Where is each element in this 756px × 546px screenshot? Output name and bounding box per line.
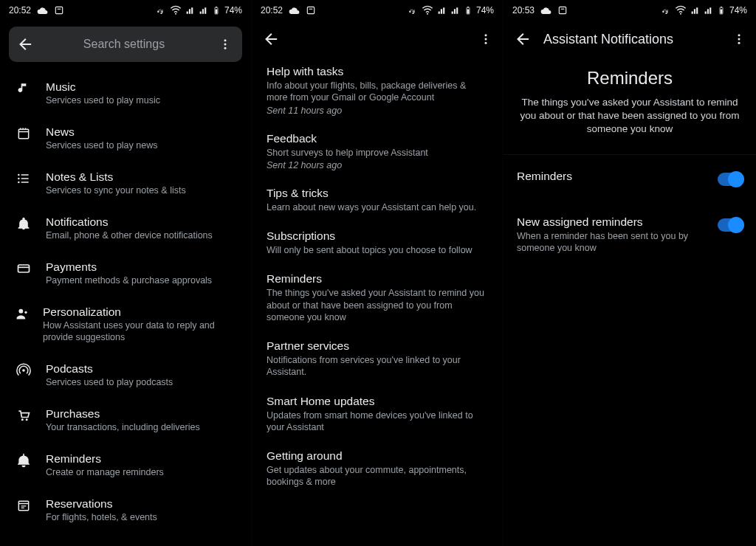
settings-item-title: Notes & Lists (46, 170, 186, 184)
wifi-icon (675, 4, 687, 16)
settings-item-subtitle: For flights, hotels, & events (46, 512, 157, 524)
battery-icon (717, 4, 726, 16)
battery-percent: 74% (224, 5, 242, 15)
notif-item-subtitle: Will only be sent about topics you choos… (267, 244, 488, 256)
settings-item[interactable]: NewsServices used to play news (0, 116, 251, 161)
toggle-list: RemindersNew assigned remindersWhen a re… (504, 155, 756, 269)
settings-item-title: Podcasts (46, 362, 173, 376)
app-icon (54, 5, 64, 15)
app-bar-title: Assistant Notifications (543, 32, 719, 47)
battery-icon (212, 4, 221, 16)
vpn-icon (155, 5, 166, 16)
list-icon (15, 170, 32, 186)
cart-icon (15, 407, 32, 423)
wifi-icon (422, 4, 433, 16)
settings-item[interactable]: MusicServices used to play music (0, 71, 251, 116)
settings-item[interactable]: PaymentsPayment methods & purchase appro… (0, 251, 251, 296)
settings-item[interactable]: PodcastsServices used to play podcasts (0, 353, 251, 398)
notification-type-item[interactable]: SubscriptionsWill only be sent about top… (267, 222, 488, 265)
settings-item[interactable]: NotificationsEmail, phone & other device… (0, 206, 251, 251)
news-icon (15, 125, 32, 141)
notif-item-subtitle: Get updates about your commute, appointm… (267, 464, 488, 488)
notification-types-list: Help with tasksInfo about your flights, … (252, 58, 503, 505)
music-icon (15, 80, 32, 96)
back-icon[interactable] (16, 36, 32, 52)
notification-type-item[interactable]: RemindersThe things you've asked your As… (267, 265, 488, 332)
settings-item-title: Music (46, 80, 160, 94)
search-bar[interactable]: Search settings (9, 27, 242, 62)
toggle-row[interactable]: Reminders (504, 155, 756, 201)
screen-settings-list: 20:52 74% Search settings MusicServices … (0, 0, 252, 546)
settings-item-title: Reminders (46, 452, 164, 466)
notif-item-subtitle: Notifications from services you've linke… (267, 354, 488, 379)
signal-icon (690, 6, 700, 15)
signal-icon (450, 6, 460, 15)
settings-item-title: Notifications (46, 215, 213, 229)
settings-item-subtitle: Create or manage reminders (46, 467, 164, 479)
page-title: Reminders (520, 68, 740, 89)
toggle-subtitle: When a reminder has been sent to you by … (517, 230, 709, 255)
settings-item-title: News (46, 125, 157, 139)
signal-icon (199, 6, 208, 15)
app-bar: Assistant Notifications (504, 21, 756, 58)
battery-percent: 74% (476, 5, 494, 15)
wifi-icon (170, 4, 182, 16)
notif-item-title: Feedback (267, 132, 488, 145)
signal-icon (437, 6, 447, 15)
notif-item-title: Smart Home updates (267, 395, 488, 408)
settings-item[interactable]: PurchasesYour transactions, including de… (0, 398, 251, 443)
back-icon[interactable] (514, 31, 530, 47)
bell-icon (15, 215, 32, 231)
notification-type-item[interactable]: Help with tasksInfo about your flights, … (267, 58, 488, 125)
settings-item-subtitle: How Assistant uses your data to reply an… (43, 320, 239, 343)
notif-item-subtitle: The things you've asked your Assistant t… (267, 287, 488, 323)
toggle-title: New assigned reminders (517, 215, 709, 229)
notif-item-title: Reminders (267, 272, 488, 286)
cloud-icon (540, 5, 551, 16)
switch-on[interactable] (718, 173, 743, 186)
ticket-icon (15, 497, 32, 513)
battery-icon (464, 4, 472, 16)
app-icon (557, 5, 568, 15)
signal-icon (704, 6, 713, 15)
back-icon[interactable] (262, 31, 278, 47)
settings-item-title: Reservations (46, 497, 157, 511)
signal-icon (185, 6, 195, 15)
status-time: 20:52 (261, 5, 283, 15)
more-icon[interactable] (216, 38, 235, 51)
notification-type-item[interactable]: Partner servicesNotifications from servi… (267, 332, 488, 387)
notif-item-subtitle: Learn about new ways your Assistant can … (267, 201, 488, 213)
settings-item-title: Purchases (46, 407, 200, 421)
screen-reminders: 20:53 74% Assistant Notifications Remind… (504, 0, 756, 546)
notification-type-item[interactable]: Getting aroundGet updates about your com… (267, 442, 488, 497)
settings-item[interactable]: Notes & ListsServices to sync your notes… (0, 161, 251, 206)
battery-percent: 74% (729, 5, 747, 15)
settings-item[interactable]: PersonalizationHow Assistant uses your d… (0, 296, 251, 353)
notif-item-meta: Sent 12 hours ago (267, 160, 488, 170)
notification-type-item[interactable]: Tips & tricksLearn about new ways your A… (267, 179, 488, 222)
notif-item-subtitle: Updates from smart home devices you've l… (267, 410, 488, 434)
page-description: The things you've asked your Assistant t… (520, 96, 740, 136)
notification-type-item[interactable]: Smart Home updatesUpdates from smart hom… (267, 387, 488, 443)
app-icon (306, 5, 316, 15)
settings-item[interactable]: RemindersCreate or manage reminders (0, 443, 251, 488)
settings-list: MusicServices used to play musicNewsServ… (0, 68, 251, 533)
notification-type-item[interactable]: FeedbackShort surveys to help improve As… (267, 125, 488, 179)
card-icon (15, 260, 32, 276)
screen-notifications-list: 20:52 74% Help with tasksInfo about your… (252, 0, 504, 546)
vpn-icon (407, 5, 418, 16)
settings-item-subtitle: Email, phone & other device notification… (46, 230, 213, 242)
person-icon (15, 305, 30, 321)
more-icon[interactable] (479, 32, 492, 46)
settings-item[interactable]: ReservationsFor flights, hotels, & event… (0, 488, 251, 533)
status-time: 20:53 (512, 5, 535, 15)
reminders-header: Reminders The things you've asked your A… (504, 58, 756, 150)
switch-on[interactable] (718, 218, 743, 232)
toggle-row[interactable]: New assigned remindersWhen a reminder ha… (504, 201, 756, 269)
more-icon[interactable] (732, 32, 746, 46)
status-bar: 20:52 74% (0, 0, 251, 21)
settings-item-subtitle: Your transactions, including deliveries (46, 422, 200, 434)
cloud-icon (37, 5, 48, 16)
notif-item-subtitle: Info about your flights, bills, package … (267, 80, 488, 104)
vpn-icon (660, 5, 671, 16)
